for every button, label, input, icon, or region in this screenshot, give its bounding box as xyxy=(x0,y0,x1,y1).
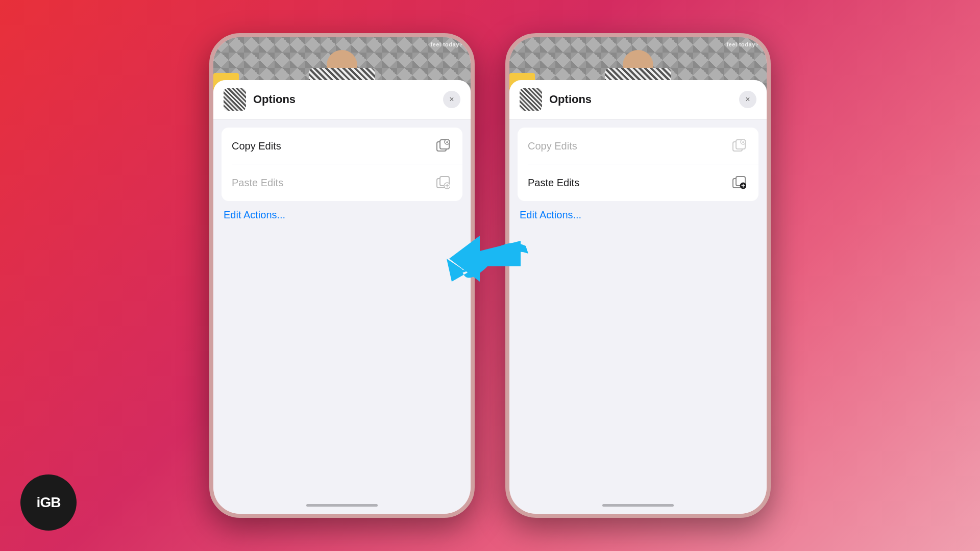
right-close-button[interactable]: × xyxy=(739,91,756,108)
left-paste-edits-icon xyxy=(434,173,452,192)
left-edit-actions-link[interactable]: Edit Actions... xyxy=(213,201,471,229)
svg-point-9 xyxy=(741,139,746,144)
left-home-bar xyxy=(306,504,378,507)
left-sheet-header: Options × xyxy=(213,80,471,119)
arrow-indicator xyxy=(439,220,541,312)
right-sheet-header: Options × xyxy=(509,80,767,119)
right-photo-overlay-text: feel today? xyxy=(726,41,759,47)
right-edit-actions-link[interactable]: Edit Actions... xyxy=(509,201,767,229)
right-copy-edits-label: Copy Edits xyxy=(528,140,730,152)
left-paste-edits-label: Paste Edits xyxy=(232,177,434,189)
left-options-card: Copy Edits Paste Edits xyxy=(222,128,462,201)
left-copy-edits-row[interactable]: Copy Edits xyxy=(222,128,462,164)
svg-point-2 xyxy=(445,139,450,144)
right-paste-edits-row[interactable]: Paste Edits xyxy=(518,164,758,201)
igb-logo: iGB xyxy=(20,474,77,531)
photo-overlay-text: feel today? xyxy=(430,41,463,47)
right-home-bar xyxy=(602,504,674,507)
left-sheet-title: Options xyxy=(253,93,436,106)
right-paste-edits-label: Paste Edits xyxy=(528,177,730,189)
right-options-sheet: Options × Copy Edits xyxy=(509,80,767,514)
right-copy-edits-row[interactable]: Copy Edits xyxy=(518,128,758,164)
right-options-card: Copy Edits Paste Edits xyxy=(518,128,758,201)
left-copy-edits-label: Copy Edits xyxy=(232,140,434,152)
left-copy-edits-icon xyxy=(434,137,452,155)
left-sheet-thumbnail xyxy=(224,88,246,111)
left-phone: feel today? Options × xyxy=(209,33,475,518)
right-sheet-title: Options xyxy=(549,93,732,106)
left-options-sheet: Options × Copy Edits xyxy=(213,80,471,514)
igb-logo-text: iGB xyxy=(37,494,61,511)
right-paste-edits-icon xyxy=(730,173,748,192)
right-copy-edits-icon xyxy=(730,137,748,155)
right-sheet-thumbnail xyxy=(520,88,542,111)
right-phone: feel today? Options × Copy Edits xyxy=(505,33,771,518)
left-close-button[interactable]: × xyxy=(443,91,460,108)
main-container: feel today? Options × xyxy=(0,0,980,551)
left-paste-edits-row[interactable]: Paste Edits xyxy=(222,164,462,201)
